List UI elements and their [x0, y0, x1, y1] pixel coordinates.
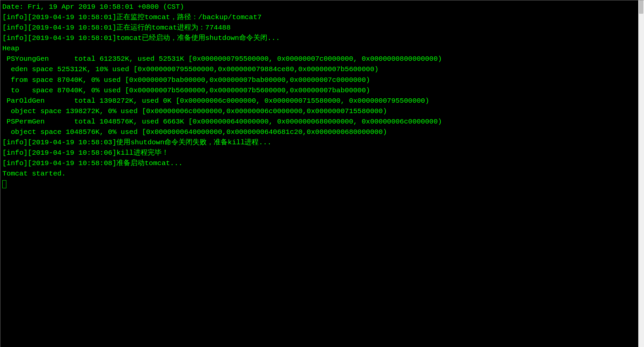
terminal-line: from space 87040K, 0% used [0x00000007ba…	[2, 75, 636, 85]
terminal-line: Date: Fri, 19 Apr 2019 10:58:01 +0800 (C…	[2, 2, 636, 12]
terminal-line: object space 1048576K, 0% used [0x000000…	[2, 127, 636, 137]
terminal-line: [info][2019-04-19 10:58:01]正在运行的tomcat进程…	[2, 22, 636, 33]
terminal-line: [info][2019-04-19 10:58:03]使用shutdown命令关…	[2, 137, 636, 148]
terminal-line: [info][2019-04-19 10:58:01]正在监控tomcat，路径…	[2, 12, 636, 22]
terminal-line: object space 1398272K, 0% used [0x000000…	[2, 106, 636, 116]
scrollbar-thumb[interactable]	[639, 0, 643, 14]
scrollbar-track[interactable]	[638, 0, 644, 347]
terminal-line: eden space 525312K, 10% used [0x00000007…	[2, 64, 636, 75]
terminal-line: Tomcat started.	[2, 168, 636, 179]
terminal-line: [info][2019-04-19 10:58:01]tomcat已经启动，准备…	[2, 33, 636, 43]
terminal-cursor	[2, 180, 6, 188]
terminal-window: Date: Fri, 19 Apr 2019 10:58:01 +0800 (C…	[0, 0, 644, 347]
terminal-line: Heap	[2, 43, 636, 54]
terminal-line: [info][2019-04-19 10:58:08]准备启动tomcat...	[2, 158, 636, 168]
terminal-output[interactable]: Date: Fri, 19 Apr 2019 10:58:01 +0800 (C…	[0, 0, 638, 347]
terminal-line: to space 87040K, 0% used [0x00000007b560…	[2, 85, 636, 96]
terminal-line: PSYoungGen total 612352K, used 52531K [0…	[2, 54, 636, 64]
terminal-line: ParOldGen total 1398272K, used 0K [0x000…	[2, 96, 636, 106]
terminal-line: [info][2019-04-19 10:58:06]kill进程完毕！	[2, 148, 636, 158]
terminal-line: PSPermGen total 1048576K, used 6663K [0x…	[2, 116, 636, 127]
